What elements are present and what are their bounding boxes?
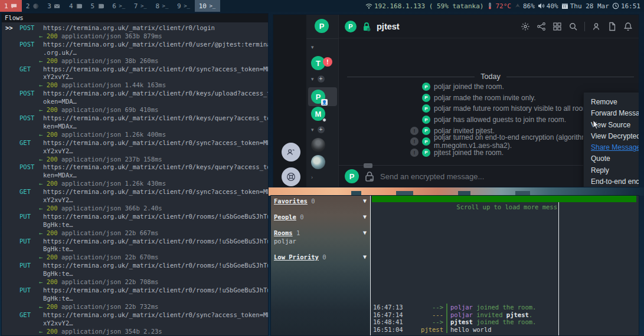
- buffer-sidebar[interactable]: Favorites 0▼People 0▼Rooms 1▼poljarLow P…: [271, 196, 371, 335]
- share-icon[interactable]: [537, 22, 546, 31]
- flow-row[interactable]: GEThttps://termina.org.uk/_matrix/client…: [5, 65, 268, 90]
- room-avatar[interactable]: P: [345, 21, 357, 32]
- flow-row[interactable]: GEThttps://termina.org.uk/_matrix/client…: [5, 311, 268, 336]
- room-list-item[interactable]: P👤: [308, 87, 337, 106]
- response-status-code: 200: [47, 253, 61, 261]
- flow-row[interactable]: PUThttps://termina.org.uk/_matrix/client…: [5, 238, 268, 262]
- nicklist-separator: [558, 202, 559, 335]
- flow-list[interactable]: >>POSThttps://termina.org.uk/_matrix/cli…: [2, 22, 268, 335]
- room-list-item[interactable]: T!: [306, 56, 339, 70]
- add-room-button[interactable]: +: [318, 75, 325, 83]
- menu-item-forward-message[interactable]: Forward Message: [591, 108, 639, 119]
- cpu-value: 86%: [523, 2, 535, 10]
- workspace-button-4[interactable]: 4: [65, 0, 87, 12]
- room-list-item[interactable]: [306, 138, 339, 152]
- workspace-button-7[interactable]: 7>_: [130, 0, 152, 12]
- collapse-arrow-icon[interactable]: ▼: [363, 253, 367, 260]
- buffer-item[interactable]: poljar: [274, 238, 368, 245]
- menu-item-share-message[interactable]: Share Message: [591, 142, 639, 153]
- flow-row[interactable]: POSThttps://termina.org.uk/_matrix/clien…: [5, 114, 268, 139]
- search-icon[interactable]: [568, 22, 578, 31]
- chevron-down-icon[interactable]: ▾: [311, 127, 314, 133]
- menu-item-reply[interactable]: Reply: [591, 165, 639, 176]
- response-status-code: 200: [47, 57, 61, 64]
- flow-row[interactable]: POSThttps://termina.org.uk/_matrix/clien…: [5, 90, 268, 114]
- response-status-code: 200: [47, 180, 61, 187]
- network-label: 192.168.1.133 ( 59% tatanka): [374, 2, 483, 10]
- flow-url-continued: xY2xvY2…: [5, 73, 268, 81]
- collapse-arrow-icon[interactable]: ▼: [363, 229, 367, 236]
- flow-selected-marker: [5, 65, 19, 74]
- flow-row[interactable]: GEThttps://termina.org.uk/_matrix/client…: [5, 139, 268, 164]
- expand-chevron-right[interactable]: ›: [306, 174, 339, 180]
- workspace-number: 8: [155, 2, 159, 10]
- flow-row[interactable]: PUThttps://termina.org.uk/_matrix/client…: [5, 213, 268, 238]
- buffer-group[interactable]: Low Priority 0▼: [274, 253, 368, 261]
- terminal-icon: >_: [119, 2, 126, 9]
- chevron-down-icon[interactable]: ▾: [311, 44, 314, 50]
- workspace-button-10[interactable]: 10>_: [195, 0, 220, 12]
- apps-grid-icon[interactable]: [553, 22, 562, 31]
- mitmproxy-flows-title: Flows: [2, 14, 268, 22]
- unencrypted-warning-icon: !: [410, 127, 419, 135]
- flow-row[interactable]: PUThttps://termina.org.uk/_matrix/client…: [5, 262, 268, 286]
- members-icon[interactable]: [591, 22, 601, 31]
- flow-row[interactable]: POSThttps://termina.org.uk/_matrix/clien…: [5, 41, 268, 65]
- menu-item-end-to-end-encry[interactable]: End-to-end encry: [591, 176, 639, 187]
- flow-request-line: PUThttps://termina.org.uk/_matrix/client…: [5, 213, 268, 221]
- room-list-item[interactable]: M: [306, 107, 339, 121]
- workspace-button-9[interactable]: 9>_: [173, 0, 195, 12]
- flow-response: ← 200 application/json 1.26k 400ms: [5, 131, 268, 139]
- flow-method: PUT: [19, 213, 43, 221]
- state-event-row[interactable]: Ppoljar joined the room.: [339, 81, 639, 93]
- people-icon[interactable]: [282, 143, 300, 162]
- divider: [584, 22, 585, 31]
- buffer-group[interactable]: Favorites 0▼: [274, 197, 368, 205]
- notifications-bell-icon[interactable]: [623, 22, 633, 31]
- room-view: P pjtest Today Ppoljar joine: [339, 15, 639, 187]
- files-icon[interactable]: [607, 22, 617, 31]
- workspace-button-3[interactable]: 3: [43, 0, 65, 12]
- terminal-icon: >_: [140, 2, 147, 9]
- event-gutter: !P: [339, 137, 430, 146]
- flow-row[interactable]: POSThttps://termina.org.uk/_matrix/clien…: [5, 163, 268, 188]
- collapse-arrow-icon[interactable]: ▼: [363, 213, 367, 220]
- response-meta: application/json 366b 2.40s: [61, 205, 162, 212]
- workspace-button-6[interactable]: 6>_: [108, 0, 130, 12]
- workspace-button-8[interactable]: 8>_: [151, 0, 173, 12]
- workspace-button-5[interactable]: 5: [87, 0, 109, 12]
- flow-url: https://termina.org.uk/_matrix/client/r0…: [43, 311, 269, 318]
- composer-input[interactable]: Send an encrypted message...: [380, 172, 484, 181]
- room-list-item[interactable]: [306, 155, 339, 169]
- flow-request-line: GEThttps://termina.org.uk/_matrix/client…: [5, 311, 268, 319]
- response-meta: application/json 1.26k 400ms: [61, 131, 166, 138]
- flow-row[interactable]: >>POSThttps://termina.org.uk/_matrix/cli…: [5, 24, 268, 41]
- workspace-number: 6: [112, 2, 116, 10]
- response-arrow-icon: ←: [39, 253, 47, 261]
- menu-item-quote[interactable]: Quote: [591, 153, 639, 164]
- flow-url: https://termina.org.uk/_matrix/client/r0…: [43, 238, 269, 245]
- log-timestamp: 16:47:14: [373, 311, 410, 318]
- settings-icon[interactable]: [521, 22, 530, 31]
- flow-row[interactable]: GEThttps://termina.org.uk/_matrix/client…: [5, 188, 268, 213]
- flow-row[interactable]: PUThttps://termina.org.uk/_matrix/client…: [5, 286, 268, 311]
- log-timestamp: 16:47:13: [373, 304, 410, 311]
- help-icon[interactable]: [282, 167, 300, 186]
- flow-url: https://termina.org.uk/_matrix/client/r0…: [43, 262, 269, 269]
- response-arrow-icon: ←: [39, 229, 47, 236]
- collapse-arrow-icon[interactable]: ▼: [363, 197, 367, 204]
- menu-item-remove[interactable]: Remove: [591, 97, 639, 108]
- chevron-down-icon[interactable]: ▾: [311, 76, 314, 82]
- workspace-button-2[interactable]: 2: [22, 0, 44, 12]
- log-timestamp: 16:48:41: [373, 318, 410, 325]
- room-avatar: M: [311, 107, 325, 121]
- terminal-icon: >_: [162, 2, 169, 9]
- buffer-group[interactable]: Rooms 1▼poljar: [274, 229, 368, 245]
- add-room-button[interactable]: +: [318, 126, 325, 133]
- composer-lock-icon: [364, 170, 375, 182]
- mouse-cursor: [593, 120, 600, 133]
- buffer-group[interactable]: People 0▼: [274, 213, 368, 220]
- workspace-button-1[interactable]: 1: [0, 0, 22, 12]
- flow-response: ← 200 application/json 237b 158ms: [5, 156, 268, 164]
- user-avatar[interactable]: P: [315, 19, 329, 33]
